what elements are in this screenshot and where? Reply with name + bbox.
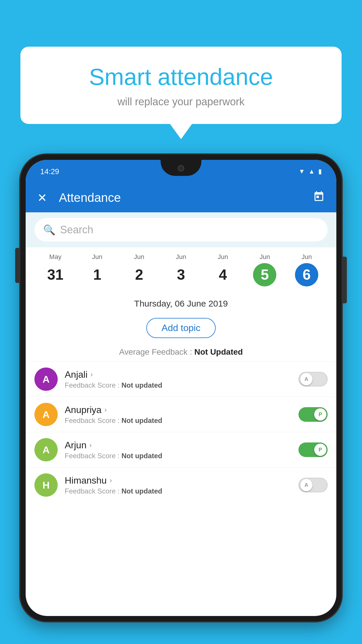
toggle-knob: A (300, 373, 312, 385)
avatar: A (34, 438, 58, 461)
signal-icon: ▲ (308, 168, 315, 175)
student-item[interactable]: A Arjun › Feedback Score : Not updated P (26, 432, 336, 467)
battery-icon: ▮ (318, 168, 322, 175)
student-info: Anjali › Feedback Score : Not updated (65, 369, 298, 389)
toggle-knob: A (300, 479, 312, 491)
student-name: Anjali › (65, 369, 298, 380)
student-item[interactable]: A Anupriya › Feedback Score : Not update… (26, 397, 336, 432)
notch (161, 160, 201, 176)
chevron-icon: › (89, 441, 92, 449)
search-bar-wrapper: 🔍 Search (26, 212, 336, 247)
student-info: Himanshu › Feedback Score : Not updated (65, 475, 298, 495)
speech-bubble: Smart attendance will replace your paper… (20, 47, 342, 124)
attendance-toggle[interactable]: A (298, 372, 328, 386)
phone-shell: 14:29 ▼ ▲ ▮ ✕ Attendance (20, 155, 342, 621)
avatar: H (34, 473, 58, 497)
calendar-day-3[interactable]: Jun3 (160, 253, 202, 286)
attendance-toggle[interactable]: P (298, 442, 328, 457)
wifi-icon: ▼ (298, 168, 305, 175)
speech-bubble-container: Smart attendance will replace your paper… (20, 47, 342, 124)
calendar-day-1[interactable]: Jun1 (76, 253, 118, 286)
avatar: A (34, 403, 58, 426)
bubble-title: Smart attendance (38, 64, 324, 90)
toggle-knob: P (314, 408, 326, 421)
toggle-off[interactable]: A (298, 478, 328, 492)
toggle-on[interactable]: P (298, 442, 328, 457)
student-feedback: Feedback Score : Not updated (65, 487, 298, 495)
attendance-toggle[interactable]: A (298, 478, 328, 492)
app-bar-title: Attendance (59, 191, 313, 205)
student-list: A Anjali › Feedback Score : Not updated … (26, 361, 336, 503)
attendance-toggle[interactable]: P (298, 407, 328, 422)
toggle-on[interactable]: P (298, 407, 328, 422)
search-bar[interactable]: 🔍 Search (34, 218, 328, 242)
date-header: Thursday, 06 June 2019 (26, 292, 336, 312)
status-icons: ▼ ▲ ▮ (298, 168, 322, 175)
student-feedback: Feedback Score : Not updated (65, 381, 298, 389)
calendar-row: May31Jun1Jun2Jun3Jun4Jun5Jun6 (26, 247, 336, 292)
calendar-day-5[interactable]: Jun5 (244, 253, 286, 286)
close-button[interactable]: ✕ (37, 192, 47, 204)
student-item[interactable]: A Anjali › Feedback Score : Not updated … (26, 361, 336, 397)
student-info: Arjun › Feedback Score : Not updated (65, 440, 298, 460)
chevron-icon: › (104, 406, 107, 414)
camera-dot (178, 165, 184, 172)
calendar-day-31[interactable]: May31 (34, 253, 76, 286)
calendar-day-6[interactable]: Jun6 (286, 253, 328, 286)
student-name: Anupriya › (65, 405, 298, 415)
avatar: A (34, 368, 58, 391)
add-topic-button[interactable]: Add topic (146, 318, 215, 338)
chevron-icon: › (90, 370, 93, 379)
avg-feedback-label: Average Feedback : (119, 347, 192, 356)
search-icon: 🔍 (43, 224, 55, 236)
student-feedback: Feedback Score : Not updated (65, 452, 298, 460)
phone-screen: 14:29 ▼ ▲ ▮ ✕ Attendance (26, 160, 336, 616)
calendar-day-4[interactable]: Jun4 (202, 253, 244, 286)
search-placeholder: Search (60, 224, 93, 236)
avg-feedback-value: Not Updated (194, 347, 243, 356)
calendar-icon[interactable] (313, 191, 325, 205)
student-item[interactable]: H Himanshu › Feedback Score : Not update… (26, 467, 336, 503)
app-bar: ✕ Attendance (26, 183, 336, 212)
student-name: Arjun › (65, 440, 298, 451)
student-feedback: Feedback Score : Not updated (65, 416, 298, 425)
status-bar: 14:29 ▼ ▲ ▮ (26, 160, 336, 183)
bubble-subtitle: will replace your paperwork (38, 96, 324, 108)
toggle-off[interactable]: A (298, 372, 328, 386)
chevron-icon: › (110, 476, 112, 484)
student-name: Himanshu › (65, 475, 298, 486)
avg-feedback: Average Feedback : Not Updated (26, 344, 336, 361)
toggle-knob: P (314, 444, 326, 456)
status-time: 14:29 (40, 167, 59, 176)
phone-container: 14:29 ▼ ▲ ▮ ✕ Attendance (20, 155, 342, 644)
calendar-day-2[interactable]: Jun2 (118, 253, 160, 286)
student-info: Anupriya › Feedback Score : Not updated (65, 405, 298, 425)
